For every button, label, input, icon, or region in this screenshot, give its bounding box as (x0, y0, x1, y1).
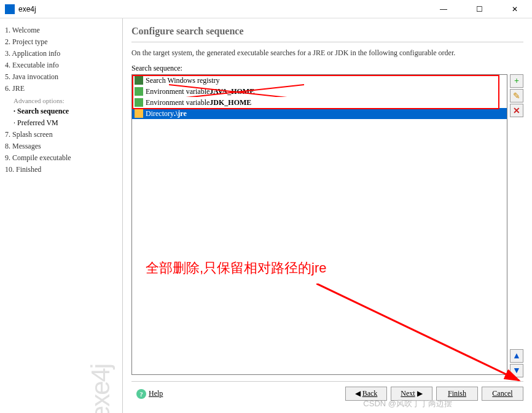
seq-item-bold: JDK_HOME (209, 98, 251, 107)
page-title: Configure search sequence (131, 26, 523, 42)
page-desc: On the target system, the generated exec… (131, 42, 523, 64)
step-messages[interactable]: 8. Messages (5, 141, 117, 152)
folder-icon (135, 109, 143, 118)
seq-item-bold: .\jre (174, 109, 187, 118)
help-label: Help (149, 389, 163, 398)
minimize-button[interactable]: — (431, 3, 456, 15)
seq-box-wrap: Search Windows registry Environment vari… (131, 74, 523, 377)
seq-item-bold: JAVA_HOME (209, 87, 254, 96)
main: 1. Welcome 2. Project type 3. Applicatio… (0, 18, 532, 413)
window-title: exe4j (18, 5, 431, 14)
sub-search-sequence[interactable]: Search sequence (5, 106, 117, 117)
side-spacer (510, 118, 523, 348)
step-compile[interactable]: 9. Compile executable (5, 152, 117, 164)
arrow-right-icon: ▶ (417, 389, 423, 398)
env-icon (135, 87, 143, 96)
bottom-bar: ? Help ◀ Back Next ▶ Finish Cancel (131, 381, 523, 406)
app-icon (5, 4, 15, 14)
registry-icon (135, 76, 143, 85)
titlebar: exe4j — ☐ ✕ (0, 0, 532, 18)
seq-item-directory[interactable]: Directory .\jre (132, 108, 507, 119)
move-up-button[interactable]: ▲ (510, 349, 523, 363)
maximize-button[interactable]: ☐ (467, 3, 491, 15)
step-project-type[interactable]: 2. Project type (5, 36, 117, 48)
advanced-label: Advanced options: (5, 95, 117, 106)
arrow-left-icon: ◀ (355, 389, 361, 398)
window-controls: — ☐ ✕ (431, 3, 527, 15)
step-application-info[interactable]: 3. Application info (5, 48, 117, 60)
svg-line-2 (316, 284, 519, 380)
back-label: Back (362, 389, 378, 398)
seq-item-registry[interactable]: Search Windows registry (132, 75, 507, 86)
cancel-label: Cancel (492, 389, 512, 398)
seq-item-text: Environment variable (146, 87, 209, 96)
sub-preferred-vm[interactable]: Preferred VM (5, 117, 117, 129)
step-java-invocation[interactable]: 5. Java invocation (5, 71, 117, 83)
sidebar-watermark: exe4j (86, 365, 115, 413)
csdn-watermark: CSDN @风吹丁丁两边摆 (363, 398, 452, 409)
edit-button[interactable]: ✎ (510, 89, 523, 102)
seq-item-text: Search Windows registry (146, 76, 220, 85)
move-down-button[interactable]: ▼ (510, 364, 523, 377)
search-sequence-list[interactable]: Search Windows registry Environment vari… (131, 74, 507, 375)
step-finished[interactable]: 10. Finished (5, 164, 117, 176)
seq-item-java-home[interactable]: Environment variable JAVA_HOME (132, 86, 507, 97)
step-splash[interactable]: 7. Splash screen (5, 129, 117, 141)
step-executable-info[interactable]: 4. Executable info (5, 60, 117, 71)
finish-label: Finish (448, 389, 466, 398)
seq-item-text: Environment variable (146, 98, 209, 107)
help-button[interactable]: ? Help (131, 387, 168, 401)
seq-item-text: Directory (146, 109, 174, 118)
cancel-button[interactable]: Cancel (482, 387, 523, 401)
sidebar: 1. Welcome 2. Project type 3. Applicatio… (0, 18, 123, 413)
help-icon: ? (136, 389, 146, 399)
add-button[interactable]: + (510, 74, 523, 88)
seq-label: Search sequence: (131, 64, 523, 74)
delete-button[interactable]: ✕ (510, 104, 523, 117)
step-jre[interactable]: 6. JRE (5, 83, 117, 95)
env-icon (135, 98, 143, 107)
seq-item-jdk-home[interactable]: Environment variable JDK_HOME (132, 97, 507, 108)
next-label: Next (401, 389, 415, 398)
side-buttons: + ✎ ✕ ▲ ▼ (510, 74, 523, 377)
step-welcome[interactable]: 1. Welcome (5, 25, 117, 36)
close-button[interactable]: ✕ (503, 3, 527, 15)
content: Configure search sequence On the target … (123, 18, 532, 413)
annotation-text: 全部删除,只保留相对路径的jre (146, 259, 327, 277)
annotation-arrow (316, 284, 531, 388)
